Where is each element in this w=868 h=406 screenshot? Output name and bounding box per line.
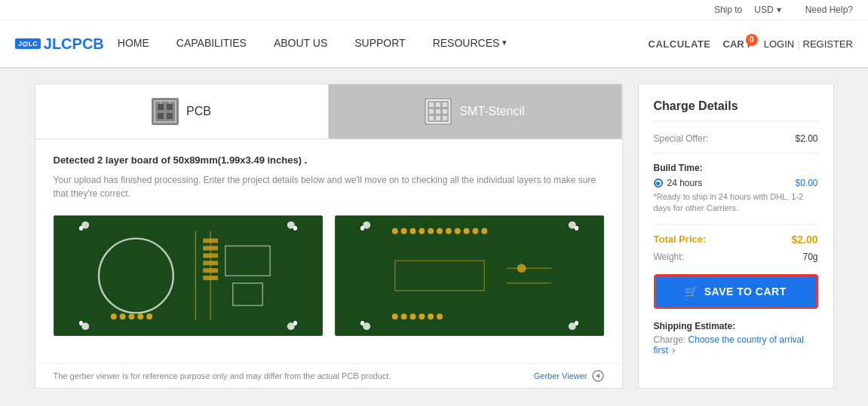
svg-point-50 xyxy=(437,228,443,234)
nav-resources[interactable]: RESOURCES ▾ xyxy=(419,20,521,68)
svg-rect-5 xyxy=(167,113,173,119)
shipping-charge-row: Charge: Choose the country of arrival fi… xyxy=(654,334,818,356)
svg-rect-32 xyxy=(225,246,269,276)
save-to-cart-button[interactable]: 🛒 SAVE TO CART xyxy=(654,274,818,309)
content-area: Detected 2 layer board of 50x89mm(1.99x3… xyxy=(35,139,622,363)
build-time-note: *Ready to ship in 24 hours with DHL, 1-2… xyxy=(654,191,818,215)
nav-home[interactable]: HOME xyxy=(104,20,163,68)
svg-point-49 xyxy=(428,228,434,234)
svg-point-47 xyxy=(409,228,416,234)
svg-point-24 xyxy=(99,239,173,313)
svg-rect-15 xyxy=(443,109,447,114)
tab-bar: PCB SMT-Stencil xyxy=(35,84,622,139)
nav-right: CALCULATE CAR T 0 LOGIN | REGISTER xyxy=(649,38,853,50)
svg-rect-11 xyxy=(436,102,440,107)
weight-label: Weight: xyxy=(654,252,684,262)
register-link[interactable]: REGISTER xyxy=(803,38,853,50)
svg-point-58 xyxy=(400,313,406,319)
svg-point-55 xyxy=(481,228,487,234)
svg-rect-18 xyxy=(443,116,447,121)
svg-point-48 xyxy=(419,228,425,234)
divider-1 xyxy=(654,153,818,154)
svg-point-29 xyxy=(128,313,134,319)
svg-point-54 xyxy=(472,228,478,234)
pcb-svg-right xyxy=(336,216,603,335)
shipping-charge-label: Charge: xyxy=(654,334,686,345)
special-offer-value: $2.00 xyxy=(795,133,817,144)
radio-24h xyxy=(654,179,663,188)
svg-rect-4 xyxy=(158,113,164,119)
info-text: Your upload has finished processing. Ent… xyxy=(54,173,604,200)
svg-rect-12 xyxy=(443,102,447,107)
svg-point-51 xyxy=(445,228,451,234)
svg-rect-2 xyxy=(158,104,164,110)
svg-point-28 xyxy=(119,313,125,319)
dropdown-arrow-icon: ▾ xyxy=(502,38,507,47)
resources-label: RESOURCES xyxy=(433,37,500,49)
auth-divider: | xyxy=(797,38,799,50)
svg-rect-35 xyxy=(203,246,218,251)
svg-point-20 xyxy=(81,221,89,229)
build-time-option-label: 24 hours xyxy=(667,178,703,188)
nav-capabilities[interactable]: CAPABILITIES xyxy=(163,20,260,68)
svg-point-31 xyxy=(146,313,152,319)
svg-rect-37 xyxy=(203,261,218,265)
footer-note: The gerber viewer is for reference purpo… xyxy=(35,363,622,388)
logo-name: JLCPCB xyxy=(44,35,104,53)
special-offer-label: Special Offer: xyxy=(654,133,708,144)
svg-rect-33 xyxy=(232,283,262,306)
svg-point-46 xyxy=(400,228,406,234)
svg-point-60 xyxy=(419,313,425,319)
svg-rect-17 xyxy=(436,116,440,121)
pcb-image-left xyxy=(54,215,323,336)
svg-rect-0 xyxy=(152,98,179,125)
build-time-price: $0.00 xyxy=(795,178,817,188)
navbar: J@LC JLCPCB HOME CAPABILITIES ABOUT US S… xyxy=(0,20,868,69)
svg-rect-13 xyxy=(429,109,434,114)
logo[interactable]: J@LC JLCPCB xyxy=(15,35,104,53)
svg-point-27 xyxy=(110,313,116,319)
pcb-tab-label: PCB xyxy=(186,105,211,118)
need-help[interactable]: Need Help? xyxy=(805,5,853,15)
pcb-image-right xyxy=(335,215,604,336)
svg-rect-10 xyxy=(429,102,434,107)
svg-rect-39 xyxy=(203,276,218,280)
pcb-icon xyxy=(152,98,179,125)
svg-point-43 xyxy=(363,322,370,330)
svg-point-45 xyxy=(391,228,397,234)
tab-pcb[interactable]: PCB xyxy=(35,84,329,139)
save-to-cart-label: SAVE TO CART xyxy=(704,285,787,298)
currency-selector[interactable]: USD ▾ xyxy=(754,5,781,15)
divider-2 xyxy=(654,224,818,224)
nav-about-us[interactable]: ABOUT US xyxy=(260,20,341,68)
pcb-svg-left xyxy=(54,216,322,335)
build-time-section: Build Time: 24 hours $0.00 *Ready to shi… xyxy=(654,163,818,215)
svg-point-63 xyxy=(517,264,526,273)
login-link[interactable]: LOGIN xyxy=(764,38,794,50)
special-offer-row: Special Offer: $2.00 xyxy=(654,133,818,144)
left-panel: PCB SMT-Stencil xyxy=(35,84,623,389)
charge-title: Charge Details xyxy=(654,99,818,121)
svg-rect-3 xyxy=(167,104,173,110)
tab-smt[interactable]: SMT-Stencil xyxy=(329,84,622,139)
svg-rect-56 xyxy=(394,261,484,291)
cart-link[interactable]: CAR T 0 xyxy=(723,38,752,50)
svg-point-62 xyxy=(437,313,443,319)
build-time-label: Build Time: xyxy=(654,163,818,173)
nav-links: HOME CAPABILITIES ABOUT US SUPPORT RESOU… xyxy=(104,20,649,68)
gerber-viewer-link[interactable]: Gerber Viewer xyxy=(534,371,587,380)
svg-point-30 xyxy=(137,313,143,319)
nav-support[interactable]: SUPPORT xyxy=(341,20,419,68)
svg-point-22 xyxy=(81,322,89,330)
build-time-option[interactable]: 24 hours $0.00 xyxy=(654,178,818,188)
calculate-link[interactable]: CALCULATE xyxy=(649,38,711,50)
gerber-tool-icon xyxy=(592,370,604,382)
smt-tab-label: SMT-Stencil xyxy=(459,105,524,118)
svg-point-61 xyxy=(428,313,434,319)
svg-point-57 xyxy=(391,313,397,319)
pcb-images xyxy=(54,215,604,336)
detected-text: Detected 2 layer board of 50x89mm(1.99x3… xyxy=(54,154,604,166)
ship-to[interactable]: Ship to xyxy=(714,5,742,15)
svg-point-23 xyxy=(287,322,294,330)
cart-icon: 🛒 xyxy=(685,285,698,298)
